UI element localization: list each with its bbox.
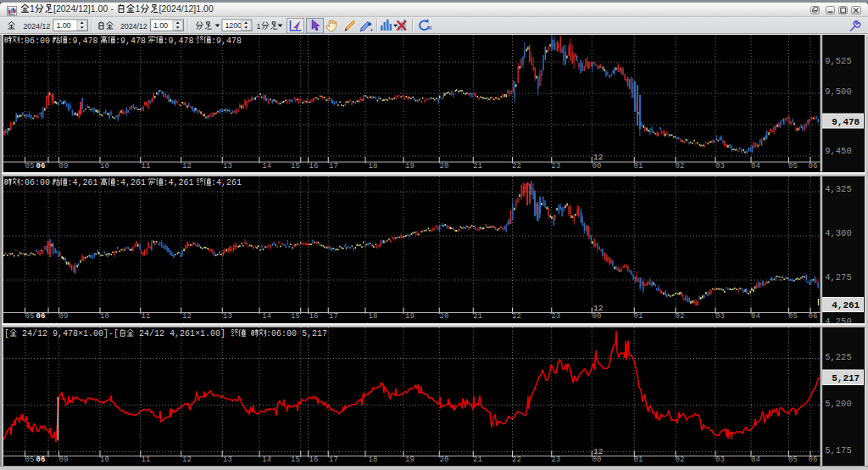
svg-text:05: 05 [25, 456, 35, 464]
svg-text:[: [ [4, 329, 9, 339]
svg-text:4,261: 4,261 [832, 300, 860, 311]
svg-text:15: 15 [291, 456, 300, 464]
svg-text:15: 15 [291, 162, 300, 171]
svg-text:4,275: 4,275 [825, 272, 852, 283]
svg-text:02: 02 [676, 456, 685, 464]
svg-text:17: 17 [329, 162, 338, 171]
svg-text:12: 12 [593, 304, 604, 313]
svg-text:R: R [428, 25, 432, 31]
svg-text:10: 10 [100, 312, 109, 321]
svg-text:1.00: 1.00 [153, 21, 168, 30]
svg-text:12: 12 [182, 162, 192, 171]
svg-text:09: 09 [59, 456, 69, 464]
svg-text:17: 17 [329, 312, 338, 321]
svg-text:05: 05 [788, 456, 798, 464]
svg-text:18: 18 [369, 312, 378, 321]
svg-text:04: 04 [751, 162, 760, 171]
svg-text:5,200: 5,200 [825, 399, 852, 409]
svg-text:1200: 1200 [225, 21, 242, 30]
svg-text:2024/12: 2024/12 [24, 22, 51, 31]
svg-text::9,478: :9,478 [164, 36, 194, 46]
svg-text:19: 19 [405, 162, 415, 171]
svg-text:13: 13 [223, 162, 232, 171]
svg-text:21: 21 [473, 312, 482, 321]
svg-text::06:00: :06:00 [19, 36, 50, 46]
svg-text:12: 12 [593, 153, 604, 162]
svg-text::06:00: :06:00 [19, 178, 50, 187]
svg-text:14: 14 [262, 162, 271, 171]
svg-text:06: 06 [809, 162, 818, 171]
svg-text:01: 01 [634, 162, 643, 171]
svg-text:02: 02 [676, 312, 685, 321]
svg-text::06:00 5,217: :06:00 5,217 [266, 329, 327, 339]
svg-text:06: 06 [36, 456, 46, 464]
svg-text:01: 01 [634, 312, 643, 321]
svg-text:00: 00 [593, 312, 602, 321]
svg-text:5,225: 5,225 [825, 352, 852, 362]
svg-text:12: 12 [182, 456, 192, 464]
svg-text:05: 05 [788, 162, 798, 171]
svg-text:20: 20 [440, 456, 449, 464]
svg-text:00: 00 [593, 456, 602, 464]
svg-text:06: 06 [809, 456, 818, 464]
svg-text:00: 00 [593, 162, 602, 171]
svg-text:9,525: 9,525 [825, 56, 852, 66]
svg-text:15: 15 [291, 312, 300, 321]
svg-text:06: 06 [36, 312, 46, 321]
svg-text:16: 16 [309, 312, 319, 321]
svg-text:20: 20 [440, 312, 449, 321]
svg-text:5,175: 5,175 [825, 445, 852, 456]
svg-text:9,478: 9,478 [832, 117, 860, 127]
svg-text:05: 05 [25, 162, 35, 171]
svg-text:09: 09 [59, 312, 69, 321]
svg-text:10: 10 [100, 162, 109, 171]
svg-text:13: 13 [223, 312, 232, 321]
svg-text:14: 14 [262, 456, 271, 464]
svg-text::4,261: :4,261 [164, 178, 194, 187]
svg-text:19: 19 [405, 312, 415, 321]
svg-text:21: 21 [473, 162, 482, 171]
svg-text:05: 05 [25, 312, 35, 321]
svg-text:04: 04 [751, 312, 760, 321]
svg-text::9,478: :9,478 [68, 36, 98, 46]
svg-text:22: 22 [512, 162, 521, 171]
svg-text:17: 17 [329, 456, 338, 464]
svg-text:12: 12 [593, 447, 604, 456]
svg-text:14: 14 [262, 312, 271, 321]
svg-text::4,261: :4,261 [211, 178, 242, 187]
svg-text:1.00: 1.00 [57, 21, 71, 30]
svg-text:01: 01 [634, 456, 643, 464]
svg-text:09: 09 [59, 162, 69, 171]
svg-text:03: 03 [715, 312, 725, 321]
svg-text:13: 13 [223, 456, 232, 464]
svg-text:02: 02 [676, 162, 685, 171]
svg-text:06: 06 [809, 312, 818, 321]
svg-text:4,325: 4,325 [825, 184, 852, 194]
svg-text:24/12 9,478×1.00]-[: 24/12 9,478×1.00]-[ [17, 329, 119, 339]
svg-text:23: 23 [551, 456, 560, 464]
svg-text:18: 18 [369, 456, 378, 464]
svg-text:03: 03 [715, 162, 725, 171]
svg-text:05: 05 [788, 312, 798, 321]
svg-text::4,261: :4,261 [115, 178, 146, 187]
svg-text:19: 19 [405, 456, 415, 464]
svg-text:16: 16 [309, 162, 319, 171]
svg-text:11: 11 [142, 162, 151, 171]
svg-text:24/12 4,261×1.00]: 24/12 4,261×1.00] [134, 329, 231, 339]
svg-text:9,500: 9,500 [825, 87, 852, 97]
svg-text:9,450: 9,450 [825, 146, 852, 156]
svg-text:21: 21 [473, 456, 482, 464]
svg-text:10: 10 [100, 456, 109, 464]
svg-text:22: 22 [512, 312, 521, 321]
svg-text:16: 16 [309, 456, 319, 464]
svg-text:23: 23 [551, 312, 560, 321]
svg-text:04: 04 [751, 456, 760, 464]
svg-text:2024/12: 2024/12 [120, 22, 147, 31]
svg-text:11: 11 [142, 312, 151, 321]
svg-text::9,478: :9,478 [211, 36, 242, 46]
svg-text:22: 22 [512, 456, 521, 464]
svg-text:5,217: 5,217 [832, 373, 860, 383]
svg-text::9,478: :9,478 [115, 36, 146, 46]
svg-text:12: 12 [182, 312, 192, 321]
svg-text:20: 20 [440, 162, 449, 171]
